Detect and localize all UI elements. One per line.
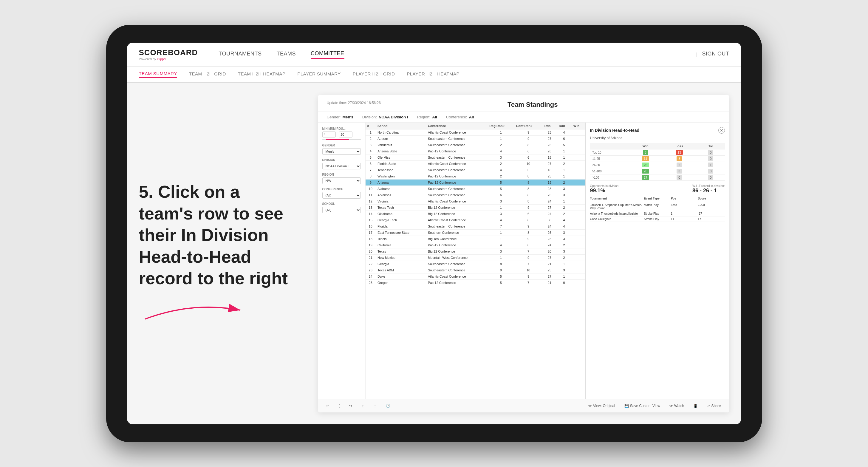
subnav-team-summary[interactable]: TEAM SUMMARY xyxy=(139,71,177,78)
cell-conference: Southeastern Conference xyxy=(426,267,488,274)
nav-tournaments[interactable]: TOURNAMENTS xyxy=(219,51,261,58)
cell-rds: 27 xyxy=(543,136,557,142)
tournament-section: Tournament Event Type Pos Score Jackson … xyxy=(590,197,725,222)
cell-reg-rank: 1 xyxy=(488,205,514,211)
gender-select[interactable]: Men's xyxy=(322,148,361,155)
filter-group-region: Region N/A xyxy=(322,173,361,184)
subnav-player-summary[interactable]: PLAYER SUMMARY xyxy=(297,71,341,77)
cell-win xyxy=(571,186,585,192)
cell-num: 3 xyxy=(366,142,376,148)
region-select[interactable]: N/A xyxy=(322,178,361,184)
table-row[interactable]: 22 Georgia Southeastern Conference 8 7 2… xyxy=(366,261,585,267)
clock-button[interactable]: 🕐 xyxy=(383,403,393,409)
close-button[interactable]: ✕ xyxy=(718,127,725,134)
cell-reg-rank: 4 xyxy=(488,217,514,223)
table-row[interactable]: 2 Auburn Southeastern Conference 1 9 27 … xyxy=(366,136,585,142)
cell-rds: 24 xyxy=(543,242,557,248)
cell-num: 13 xyxy=(366,205,376,211)
division-select[interactable]: NCAA Division I xyxy=(322,163,361,169)
table-row[interactable]: 18 Illinois Big Ten Conference 1 9 23 3 xyxy=(366,236,585,242)
cell-conf-rank: 8 xyxy=(514,229,542,236)
cell-tour: 1 xyxy=(556,198,571,205)
table-row[interactable]: 12 Virginia Atlantic Coast Conference 3 … xyxy=(366,198,585,205)
cell-win xyxy=(571,267,585,274)
table-row[interactable]: 25 Oregon Pac-12 Conference 5 7 21 0 xyxy=(366,280,585,286)
conference-select[interactable]: (All) xyxy=(322,192,361,198)
table-row[interactable]: 21 New Mexico Mountain West Conference 1… xyxy=(366,255,585,261)
subnav-player-h2h-heatmap[interactable]: PLAYER H2H HEATMAP xyxy=(407,71,460,77)
cell-rds: 23 xyxy=(543,236,557,242)
cell-conf-rank: 7 xyxy=(514,261,542,267)
table-row[interactable]: 17 East Tennessee State Southern Confere… xyxy=(366,229,585,236)
table-row[interactable]: 23 Texas A&M Southeastern Conference 9 1… xyxy=(366,267,585,274)
table-row[interactable]: 8 Washington Pac-12 Conference 2 8 23 1 xyxy=(366,173,585,180)
watch-button[interactable]: 👁 Watch xyxy=(667,403,687,409)
bottom-toolbar: ↩ ⟨ ↪ ⊞ ⊟ 🕐 👁 View: Original 💾 Save Cust… xyxy=(318,399,730,412)
table-row[interactable]: 19 California Pac-12 Conference 4 8 24 2 xyxy=(366,242,585,248)
cell-tour: 4 xyxy=(556,217,571,223)
save-custom-button[interactable]: 💾 Save Custom View xyxy=(622,403,662,409)
table-row[interactable]: 6 Florida State Atlantic Coast Conferenc… xyxy=(366,161,585,167)
cell-win xyxy=(571,180,585,186)
cell-conference: Pac-12 Conference xyxy=(426,242,488,248)
cell-win xyxy=(571,274,585,280)
copy-button[interactable]: ⊞ xyxy=(359,403,367,409)
table-row[interactable]: 5 Ole Miss Southeastern Conference 3 6 1… xyxy=(366,154,585,161)
filter-group-gender: Gender Men's xyxy=(322,144,361,155)
undo-button[interactable]: ↩ xyxy=(324,403,332,409)
view-original-button[interactable]: 👁 View: Original xyxy=(586,403,618,409)
cell-school: California xyxy=(376,242,426,248)
cell-num: 7 xyxy=(366,167,376,173)
save-icon: 💾 xyxy=(624,404,629,408)
subnav-team-h2h-heatmap[interactable]: TEAM H2H HEATMAP xyxy=(238,71,285,77)
min-rounds-input[interactable] xyxy=(322,131,336,137)
cell-tour: 1 xyxy=(556,261,571,267)
max-rounds-input[interactable] xyxy=(339,131,352,137)
cell-reg-rank: 3 xyxy=(488,248,514,255)
table-row[interactable]: 1 North Carolina Atlantic Coast Conferen… xyxy=(366,129,585,136)
cell-num: 4 xyxy=(366,148,376,154)
table-row[interactable]: 9 Arizona Pac-12 Conference 5 8 19 2 xyxy=(366,180,585,186)
table-row[interactable]: 14 Oklahoma Big 12 Conference 3 6 24 2 xyxy=(366,211,585,217)
table-row[interactable]: 3 Vanderbilt Southeastern Conference 2 8… xyxy=(366,142,585,148)
table-row[interactable]: 4 Arizona State Pac-12 Conference 4 6 26… xyxy=(366,148,585,154)
tourney-row-2: Arizona Thunderbirds Intercollegiate Str… xyxy=(590,211,725,217)
table-row[interactable]: 15 Georgia Tech Atlantic Coast Conferenc… xyxy=(366,217,585,223)
nav-committee[interactable]: COMMITTEE xyxy=(311,51,344,59)
step-back-button[interactable]: ⟨ xyxy=(336,403,342,409)
cell-rds: 27 xyxy=(543,161,557,167)
cell-tour: 4 xyxy=(556,129,571,136)
cell-tour: 1 xyxy=(556,173,571,180)
table-row[interactable]: 11 Arkansas Southeastern Conference 6 8 … xyxy=(366,192,585,198)
table-row[interactable]: 24 Duke Atlantic Coast Conference 5 9 27… xyxy=(366,274,585,280)
subnav-team-h2h-grid[interactable]: TEAM H2H GRID xyxy=(189,71,226,77)
cell-school: Ole Miss xyxy=(376,154,426,161)
filter-group-school: School (All) xyxy=(322,202,361,213)
table-row[interactable]: 13 Texas Tech Big 12 Conference 1 9 27 2 xyxy=(366,205,585,211)
share-button[interactable]: ↗ Share xyxy=(705,403,723,409)
paste-button[interactable]: ⊟ xyxy=(371,403,379,409)
cell-reg-rank: 8 xyxy=(488,261,514,267)
cell-rds: 24 xyxy=(543,198,557,205)
cell-rds: 23 xyxy=(543,142,557,148)
standings-table: # School Conference Reg Rank Conf Rank R… xyxy=(366,123,585,286)
table-row[interactable]: 20 Texas Big 12 Conference 3 7 20 3 xyxy=(366,248,585,255)
annotation-arrow xyxy=(139,295,243,325)
update-time: Update time: 27/03/2024 16:56:26 xyxy=(327,101,381,105)
table-row[interactable]: 7 Tennessee Southeastern Conference 4 6 … xyxy=(366,167,585,173)
redo-button[interactable]: ↪ xyxy=(347,403,354,409)
sign-out-link[interactable]: Sign out xyxy=(702,51,729,58)
cell-reg-rank: 1 xyxy=(488,129,514,136)
cell-reg-rank: 1 xyxy=(488,229,514,236)
tourney-header: Tournament Event Type Pos Score xyxy=(590,197,725,201)
subnav-player-h2h-grid[interactable]: PLAYER H2H GRID xyxy=(353,71,395,77)
cell-num: 14 xyxy=(366,211,376,217)
nav-teams[interactable]: TEAMS xyxy=(276,51,296,58)
cell-num: 21 xyxy=(366,255,376,261)
cell-conference: Southeastern Conference xyxy=(426,136,488,142)
table-row[interactable]: 16 Florida Southeastern Conference 7 9 2… xyxy=(366,223,585,229)
table-row[interactable]: 10 Alabama Southeastern Conference 5 8 2… xyxy=(366,186,585,192)
device-button[interactable]: 📱 xyxy=(691,403,700,409)
filter-row: Gender: Men's Division: NCAA Division I … xyxy=(318,112,730,123)
school-select[interactable]: (All) xyxy=(322,207,361,213)
